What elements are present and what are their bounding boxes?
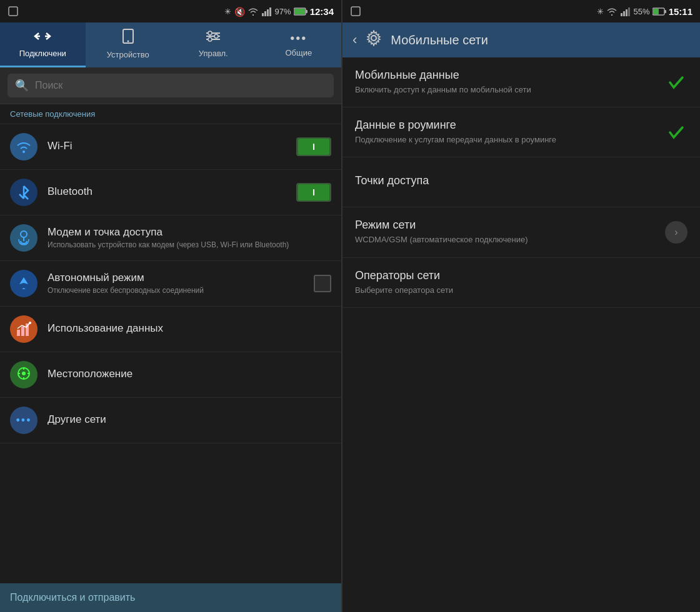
mobile-data-text: Мобильные данные Включить доступ к данны… — [355, 69, 665, 96]
roaming-checkmark[interactable] — [665, 121, 688, 144]
airplane-checkbox[interactable] — [314, 275, 331, 292]
signal-icon-right — [620, 7, 631, 16]
list-item-datausage[interactable]: Использование данных — [0, 307, 341, 352]
airplane-subtitle: Отключение всех беспроводных соединений — [48, 285, 314, 296]
bluetooth-icon — [10, 179, 38, 206]
airplane-text: Автономный режим Отключение всех беспров… — [48, 272, 314, 296]
tab-general-label: Общие — [285, 48, 312, 57]
right-item-mobile-data[interactable]: Мобильные данные Включить доступ к данны… — [342, 57, 700, 107]
wifi-toggle-inner: I — [298, 139, 329, 155]
bottom-bar[interactable]: Подключиться и отправить — [0, 583, 341, 612]
status-right-icons-left: ✳ 🔇 97% — [224, 6, 334, 17]
tab-device[interactable]: Устройство — [86, 22, 171, 67]
tab-general[interactable]: ••• Общие — [256, 22, 342, 67]
other-text: Другие сети — [48, 413, 331, 427]
svg-rect-29 — [351, 7, 360, 16]
status-right-left-icons — [350, 6, 361, 17]
svg-rect-36 — [653, 9, 659, 14]
right-item-roaming[interactable]: Данные в роуминге Подключение к услугам … — [342, 107, 700, 157]
list-item-tether[interactable]: Модем и точка доступа Использовать устро… — [0, 215, 341, 261]
right-item-access-points[interactable]: Точки доступа — [342, 157, 700, 207]
svg-rect-32 — [626, 9, 628, 16]
wifi-status-icon — [248, 7, 259, 16]
tether-icon — [10, 224, 38, 252]
status-bar-left: ✳ 🔇 97% — [0, 0, 341, 22]
mobile-data-title: Мобильные данные — [355, 69, 665, 82]
svg-rect-8 — [294, 9, 305, 14]
svg-rect-3 — [264, 11, 266, 16]
network-mode-chevron[interactable]: › — [665, 221, 688, 244]
operators-title: Операторы сети — [355, 269, 688, 282]
other-icon: ••• — [10, 407, 38, 434]
mute-icon: 🔇 — [234, 6, 245, 17]
mobile-data-subtitle: Включить доступ к данным по мобильной се… — [355, 84, 665, 96]
signal-icon — [261, 7, 272, 16]
svg-point-22 — [29, 322, 31, 324]
tab-general-icon: ••• — [290, 31, 307, 46]
search-bar: 🔍 — [0, 67, 341, 104]
svg-rect-2 — [262, 13, 264, 16]
list-item-bluetooth[interactable]: Bluetooth I — [0, 170, 341, 215]
wifi-toggle[interactable]: I — [296, 137, 331, 156]
wifi-text: Wi-Fi — [48, 140, 296, 154]
tab-manage[interactable]: Управл. — [171, 22, 256, 67]
location-title: Местоположение — [48, 368, 331, 380]
operators-text: Операторы сети Выберите оператора сети — [355, 269, 688, 296]
search-input[interactable] — [35, 80, 326, 91]
battery-percent-right: 55% — [634, 7, 650, 16]
svg-point-15 — [214, 34, 218, 38]
wifi-icon — [10, 133, 38, 160]
other-title: Другие сети — [48, 413, 331, 426]
right-panel: ✳ 55% — [342, 0, 700, 612]
datausage-text: Использование данных — [48, 322, 331, 336]
battery-icon-right — [652, 7, 666, 16]
back-button[interactable]: ‹ — [352, 32, 357, 48]
airplane-icon — [10, 270, 38, 297]
right-item-network-mode[interactable]: Режим сети WCDMA/GSM (автоматическое под… — [342, 207, 700, 257]
list-item-wifi[interactable]: Wi-Fi I — [0, 124, 341, 170]
left-panel: ✳ 🔇 97% — [0, 0, 342, 612]
tab-connections[interactable]: Подключени — [0, 22, 86, 67]
tab-device-icon — [121, 29, 135, 47]
data-icon — [10, 315, 38, 343]
list-item-other[interactable]: ••• Другие сети — [0, 398, 341, 443]
right-item-operators[interactable]: Операторы сети Выберите оператора сети — [342, 258, 700, 308]
svg-rect-35 — [664, 10, 666, 13]
airplane-title: Автономный режим — [48, 272, 314, 284]
bottom-bar-text: Подключиться и отправить — [10, 592, 135, 603]
network-mode-text: Режим сети WCDMA/GSM (автоматическое под… — [355, 219, 665, 245]
location-text: Местоположение — [48, 368, 331, 382]
list-item-airplane[interactable]: Автономный режим Отключение всех беспров… — [0, 261, 341, 307]
wifi-title: Wi-Fi — [48, 140, 296, 152]
notification-icon-right — [350, 6, 361, 17]
tab-manage-icon — [205, 30, 221, 46]
svg-point-10 — [127, 41, 129, 42]
svg-point-17 — [22, 151, 25, 153]
svg-rect-30 — [621, 13, 622, 16]
right-settings-list: Мобильные данные Включить доступ к данны… — [342, 57, 700, 612]
bluetooth-status-icon: ✳ — [224, 7, 231, 16]
right-title: Мобильные сети — [391, 33, 488, 47]
wifi-status-icon-right — [606, 7, 618, 16]
tether-text: Модем и точка доступа Использовать устро… — [48, 226, 331, 250]
svg-point-18 — [21, 231, 27, 237]
location-icon — [10, 361, 38, 388]
svg-rect-31 — [623, 11, 625, 16]
access-points-title: Точки доступа — [355, 174, 688, 187]
svg-text:🔇: 🔇 — [234, 7, 245, 17]
roaming-title: Данные в роуминге — [355, 119, 665, 132]
bluetooth-title: Bluetooth — [48, 185, 296, 198]
status-left-icons — [8, 6, 19, 17]
tab-device-label: Устройство — [107, 50, 149, 59]
bluetooth-status-icon-right: ✳ — [597, 7, 604, 16]
tab-connections-label: Подключени — [19, 49, 66, 58]
bluetooth-toggle[interactable]: I — [296, 183, 331, 202]
search-input-wrapper[interactable]: 🔍 — [8, 74, 334, 97]
datausage-title: Использование данных — [48, 322, 331, 335]
search-icon: 🔍 — [15, 79, 29, 92]
mobile-data-checkmark[interactable] — [665, 71, 688, 94]
roaming-subtitle: Подключение к услугам передачи данных в … — [355, 134, 665, 146]
list-item-location[interactable]: Местоположение — [0, 352, 341, 398]
tab-connections-icon — [34, 30, 51, 46]
svg-rect-19 — [17, 330, 20, 336]
